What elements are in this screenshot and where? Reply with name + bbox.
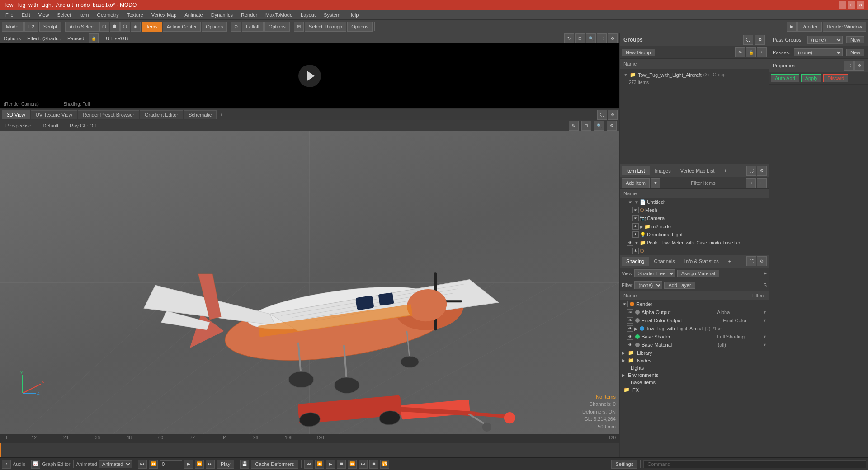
il-row-mesh2[interactable]: 👁 ⬡ <box>620 247 769 255</box>
command-input[interactable]: Command <box>643 460 866 468</box>
tab-shading[interactable]: Shading <box>622 257 649 266</box>
transport-stop[interactable]: ⏹ <box>337 460 346 469</box>
effect-label[interactable]: Effect: (Shadi... <box>25 35 63 42</box>
sh-row-lights[interactable]: Lights <box>620 364 769 371</box>
prev-start-icon[interactable]: ⏮ <box>138 460 147 469</box>
pass-groups-select[interactable]: (none) <box>807 36 843 44</box>
action-center-button[interactable]: Action Center <box>163 22 201 32</box>
sh-row-nodes[interactable]: ▶ 📁 Nodes <box>620 357 769 364</box>
cache-icon[interactable]: 💾 <box>240 460 249 469</box>
transport-loop[interactable]: 🔁 <box>380 460 389 469</box>
il-row-untitled[interactable]: 👁 ▼ 📄 Untitled* <box>620 198 769 206</box>
eye-camera[interactable]: 👁 <box>632 215 639 221</box>
menu-texture[interactable]: Texture <box>123 11 147 19</box>
sh-row-bake-items[interactable]: Bake Items <box>620 379 769 386</box>
rotate-icon[interactable]: ↻ <box>564 33 574 43</box>
menu-render[interactable]: Render <box>237 11 261 19</box>
sh-row-base-shader[interactable]: 👁 Base Shader Full Shading ▼ <box>620 333 769 341</box>
render-button[interactable]: Render <box>797 22 822 32</box>
next-end-icon[interactable]: ⏭ <box>206 460 215 469</box>
il-row-camera[interactable]: 👁 📷 Camera <box>620 214 769 222</box>
settings-button[interactable]: Settings <box>611 460 637 469</box>
sh-eye-final-color[interactable]: 👁 <box>627 317 633 324</box>
select-through-button[interactable]: Select Through <box>305 22 346 32</box>
play-icon[interactable]: ▶ <box>184 460 193 469</box>
cache-deformers-button[interactable]: Cache Deformers <box>251 460 298 469</box>
eye-untitled[interactable]: 👁 <box>627 199 633 205</box>
tab-gradient[interactable]: Gradient Editor <box>140 110 183 119</box>
sh-eye-alpha[interactable]: 👁 <box>627 309 633 315</box>
viewport-settings-icon[interactable]: ⚙ <box>608 110 618 120</box>
groups-add-icon[interactable]: + <box>757 47 767 57</box>
group-item-row[interactable]: ▼ 📁 Tow_Tug_with_Light_Aircraft (3) - Gr… <box>620 70 769 79</box>
sh-eye-base-material[interactable]: 👁 <box>627 342 633 348</box>
menu-file[interactable]: File <box>2 11 17 19</box>
falloff-button[interactable]: Falloff <box>242 22 264 32</box>
tool-icon-4[interactable]: ◈ <box>131 22 141 32</box>
passes-select[interactable]: (none) <box>794 48 843 56</box>
transport-prev2[interactable]: ⏮ <box>304 460 313 469</box>
options3-button[interactable]: Options <box>347 22 373 32</box>
add-item-dropdown[interactable]: ▼ <box>651 178 660 188</box>
il-row-pfm-file[interactable]: 👁 ▼ 📁 Peak_Flow_Meter_with_Case_modo_bas… <box>620 239 769 247</box>
frame-input[interactable] <box>160 460 182 468</box>
assign-material-button[interactable]: Assign Material <box>677 270 719 277</box>
il-row-light[interactable]: 👁 💡 Directional Light <box>620 230 769 239</box>
timeline-track[interactable] <box>0 443 619 457</box>
sh-row-final-color[interactable]: 👁 Final Color Output Final Color ▼ <box>620 316 769 324</box>
sh-row-fx[interactable]: 📁 FX <box>620 386 769 394</box>
menu-edit[interactable]: Edit <box>18 11 34 19</box>
falloff-icon[interactable]: ⊙ <box>231 22 241 32</box>
default-btn[interactable]: Default <box>40 122 61 129</box>
settings-icon[interactable]: ⚙ <box>608 33 618 43</box>
paused-label[interactable]: Paused <box>66 35 86 42</box>
viewport-expand-icon[interactable]: ⛶ <box>597 110 607 120</box>
eye-m2modo[interactable]: 👁 <box>632 223 639 230</box>
groups-lock-icon[interactable]: 🔒 <box>746 47 756 57</box>
close-button[interactable]: ✕ <box>857 1 864 9</box>
vt-orbit-icon[interactable]: ↻ <box>569 121 579 131</box>
eye-pfm-file[interactable]: 👁 <box>627 240 633 246</box>
graph-icon[interactable]: 📈 <box>31 460 40 469</box>
tab-render-preset[interactable]: Render Preset Browser <box>78 110 139 119</box>
prev-icon[interactable]: ⏪ <box>149 460 158 469</box>
pass-groups-new-button[interactable]: New <box>846 36 864 43</box>
menu-view[interactable]: View <box>35 11 53 19</box>
tab-channels[interactable]: Channels <box>649 257 679 266</box>
tab-schematic[interactable]: Schematic <box>184 110 217 119</box>
transport-next3[interactable]: ⏭ <box>359 460 368 469</box>
il-row-mesh[interactable]: 👁 ⬡ Mesh <box>620 206 769 214</box>
options-label[interactable]: Options <box>2 35 23 42</box>
lut-label[interactable]: LUT: sRGB <box>101 35 130 42</box>
filter-dropdown[interactable]: (none) <box>634 281 662 289</box>
sh-row-alpha[interactable]: 👁 Alpha Output Alpha ▼ <box>620 308 769 316</box>
select-through-icon[interactable]: ⊞ <box>294 22 304 32</box>
menu-system[interactable]: System <box>320 11 344 19</box>
auto-add-button[interactable]: Auto Add <box>771 74 799 82</box>
menu-vertexmap[interactable]: Vertex Map <box>148 11 180 19</box>
render-icon[interactable]: ▶ <box>787 22 797 32</box>
viewport-canvas[interactable]: X Y Z No Items Channels: 0 Deformers: ON… <box>0 131 619 434</box>
tool-icon-1[interactable]: ⬡ <box>99 22 109 32</box>
model-button[interactable]: Model <box>2 22 24 32</box>
zoom-icon[interactable]: 🔍 <box>586 33 596 43</box>
menu-item[interactable]: Item <box>75 11 92 19</box>
menu-dynamics[interactable]: Dynamics <box>208 11 236 19</box>
lock-icon[interactable]: 🔒 <box>89 33 99 43</box>
il-f-icon[interactable]: F <box>757 178 767 188</box>
items-button[interactable]: Items <box>142 22 162 32</box>
menu-maxtomodo[interactable]: MaxToModo <box>262 11 296 19</box>
next-icon[interactable]: ⏩ <box>195 460 204 469</box>
il-row-m2modo[interactable]: 👁 ▶ 📁 m2modo <box>620 222 769 230</box>
add-layer-button[interactable]: Add Layer <box>664 282 695 289</box>
tab-vertex-map[interactable]: Vertex Map List <box>676 166 719 175</box>
sh-expand-icon[interactable]: ⛶ <box>746 256 756 266</box>
sculpt-button[interactable]: Sculpt <box>39 22 61 32</box>
shader-tree-dropdown[interactable]: Shader Tree <box>634 269 675 277</box>
groups-eye-icon[interactable]: 👁 <box>735 47 745 57</box>
render-window-button[interactable]: Render Window <box>823 22 866 32</box>
tool-icon-2[interactable]: ⬢ <box>110 22 120 32</box>
new-group-button[interactable]: New Group <box>622 49 655 56</box>
add-item-button[interactable]: Add Item <box>622 178 650 188</box>
minimize-button[interactable]: − <box>839 1 846 9</box>
